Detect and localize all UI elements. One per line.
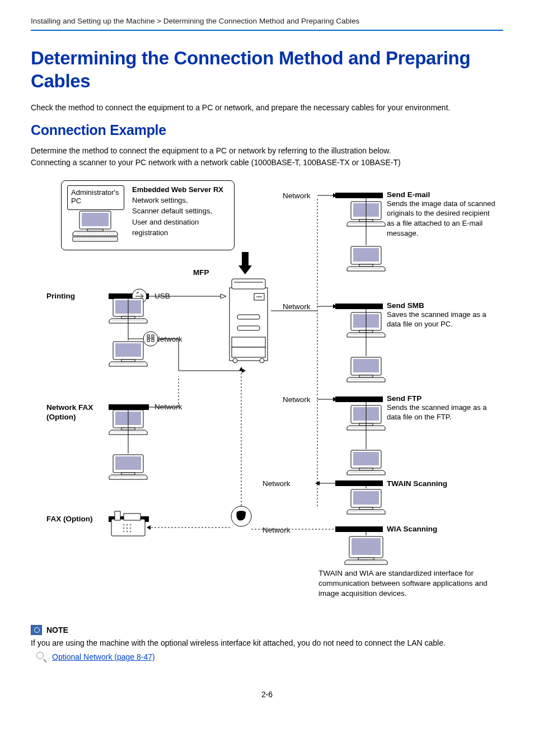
svg-rect-88	[335, 304, 383, 309]
breadcrumb: Installing and Setting up the Machine > …	[31, 17, 503, 31]
svg-point-72	[127, 527, 128, 529]
svg-rect-84	[335, 193, 383, 198]
note-label: NOTE	[46, 626, 68, 634]
svg-point-53	[143, 332, 158, 346]
svg-rect-43	[242, 252, 249, 267]
note-icon	[31, 625, 42, 635]
svg-rect-67	[124, 514, 140, 520]
svg-point-76	[130, 530, 132, 532]
svg-point-75	[127, 530, 128, 532]
note-section: NOTE If you are using the machine with t…	[31, 625, 503, 662]
svg-rect-65	[111, 519, 145, 536]
magnifier-icon	[36, 652, 46, 662]
section-heading: Connection Example	[31, 122, 503, 138]
svg-point-70	[130, 524, 132, 525]
svg-rect-100	[335, 526, 383, 532]
paragraph-2: Connecting a scanner to your PC network …	[31, 157, 503, 169]
note-text: If you are using the machine with the op…	[31, 637, 503, 648]
diagram-lines	[39, 180, 503, 606]
page-number: 2-6	[31, 690, 503, 699]
paragraph-1: Determine the method to connect the equi…	[31, 145, 503, 157]
svg-point-71	[123, 527, 125, 529]
svg-point-69	[127, 524, 128, 525]
connection-diagram: Administrator's PC	[39, 180, 503, 617]
intro-paragraph: Check the method to connect the equipmen…	[31, 103, 503, 112]
page-title: Determining the Connection Method and Pr…	[31, 46, 503, 93]
optional-network-link[interactable]: Optional Network (page 8-47)	[52, 652, 155, 661]
svg-rect-54	[147, 335, 149, 337]
svg-rect-55	[152, 335, 154, 337]
svg-point-68	[123, 524, 125, 525]
svg-marker-81	[239, 367, 243, 371]
svg-rect-60	[109, 404, 149, 410]
svg-marker-78	[147, 525, 151, 530]
svg-rect-92	[335, 396, 383, 402]
svg-rect-66	[115, 511, 120, 520]
svg-point-74	[123, 530, 125, 532]
svg-marker-47	[221, 294, 226, 298]
svg-rect-96	[335, 480, 383, 486]
svg-rect-56	[147, 339, 149, 342]
svg-rect-57	[152, 339, 154, 342]
svg-marker-44	[238, 265, 252, 274]
svg-point-73	[130, 527, 132, 529]
